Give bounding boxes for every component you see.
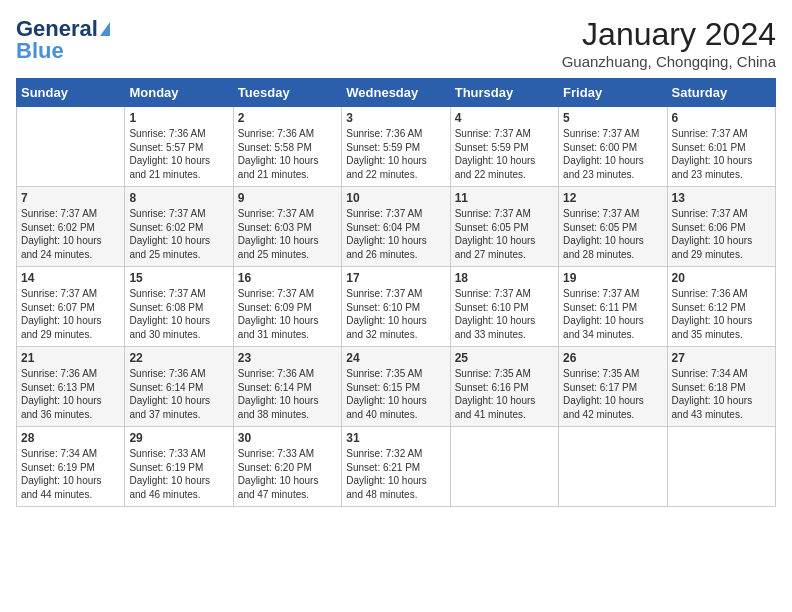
day-number: 26 — [563, 351, 662, 365]
cell-content: Sunrise: 7:37 AM Sunset: 6:02 PM Dayligh… — [129, 207, 228, 261]
day-number: 23 — [238, 351, 337, 365]
day-number: 11 — [455, 191, 554, 205]
day-number: 27 — [672, 351, 771, 365]
day-number: 7 — [21, 191, 120, 205]
day-number: 30 — [238, 431, 337, 445]
day-number: 3 — [346, 111, 445, 125]
day-number: 17 — [346, 271, 445, 285]
cell-content: Sunrise: 7:37 AM Sunset: 6:05 PM Dayligh… — [563, 207, 662, 261]
cell-content: Sunrise: 7:36 AM Sunset: 6:13 PM Dayligh… — [21, 367, 120, 421]
calendar-cell: 9Sunrise: 7:37 AM Sunset: 6:03 PM Daylig… — [233, 187, 341, 267]
cell-content: Sunrise: 7:35 AM Sunset: 6:15 PM Dayligh… — [346, 367, 445, 421]
calendar-cell — [17, 107, 125, 187]
day-number: 20 — [672, 271, 771, 285]
calendar-cell: 27Sunrise: 7:34 AM Sunset: 6:18 PM Dayli… — [667, 347, 775, 427]
calendar-cell — [667, 427, 775, 507]
cell-content: Sunrise: 7:37 AM Sunset: 6:08 PM Dayligh… — [129, 287, 228, 341]
calendar-cell — [559, 427, 667, 507]
calendar-table: SundayMondayTuesdayWednesdayThursdayFrid… — [16, 78, 776, 507]
day-number: 19 — [563, 271, 662, 285]
title-block: January 2024 Guanzhuang, Chongqing, Chin… — [562, 16, 776, 70]
calendar-cell: 11Sunrise: 7:37 AM Sunset: 6:05 PM Dayli… — [450, 187, 558, 267]
cell-content: Sunrise: 7:37 AM Sunset: 6:02 PM Dayligh… — [21, 207, 120, 261]
calendar-cell: 15Sunrise: 7:37 AM Sunset: 6:08 PM Dayli… — [125, 267, 233, 347]
day-number: 4 — [455, 111, 554, 125]
calendar-cell: 16Sunrise: 7:37 AM Sunset: 6:09 PM Dayli… — [233, 267, 341, 347]
day-of-week-header: Thursday — [450, 79, 558, 107]
calendar-cell: 1Sunrise: 7:36 AM Sunset: 5:57 PM Daylig… — [125, 107, 233, 187]
cell-content: Sunrise: 7:37 AM Sunset: 6:01 PM Dayligh… — [672, 127, 771, 181]
calendar-cell: 21Sunrise: 7:36 AM Sunset: 6:13 PM Dayli… — [17, 347, 125, 427]
cell-content: Sunrise: 7:37 AM Sunset: 5:59 PM Dayligh… — [455, 127, 554, 181]
calendar-cell: 31Sunrise: 7:32 AM Sunset: 6:21 PM Dayli… — [342, 427, 450, 507]
calendar-cell: 6Sunrise: 7:37 AM Sunset: 6:01 PM Daylig… — [667, 107, 775, 187]
day-number: 13 — [672, 191, 771, 205]
day-of-week-header: Tuesday — [233, 79, 341, 107]
day-number: 31 — [346, 431, 445, 445]
day-number: 18 — [455, 271, 554, 285]
cell-content: Sunrise: 7:32 AM Sunset: 6:21 PM Dayligh… — [346, 447, 445, 501]
day-number: 1 — [129, 111, 228, 125]
logo: General Blue — [16, 16, 110, 64]
cell-content: Sunrise: 7:37 AM Sunset: 6:11 PM Dayligh… — [563, 287, 662, 341]
calendar-cell: 26Sunrise: 7:35 AM Sunset: 6:17 PM Dayli… — [559, 347, 667, 427]
cell-content: Sunrise: 7:36 AM Sunset: 5:59 PM Dayligh… — [346, 127, 445, 181]
calendar-cell: 25Sunrise: 7:35 AM Sunset: 6:16 PM Dayli… — [450, 347, 558, 427]
calendar-cell: 23Sunrise: 7:36 AM Sunset: 6:14 PM Dayli… — [233, 347, 341, 427]
calendar-cell: 8Sunrise: 7:37 AM Sunset: 6:02 PM Daylig… — [125, 187, 233, 267]
cell-content: Sunrise: 7:36 AM Sunset: 6:14 PM Dayligh… — [129, 367, 228, 421]
calendar-cell: 5Sunrise: 7:37 AM Sunset: 6:00 PM Daylig… — [559, 107, 667, 187]
cell-content: Sunrise: 7:37 AM Sunset: 6:03 PM Dayligh… — [238, 207, 337, 261]
cell-content: Sunrise: 7:35 AM Sunset: 6:17 PM Dayligh… — [563, 367, 662, 421]
location-subtitle: Guanzhuang, Chongqing, China — [562, 53, 776, 70]
calendar-cell: 18Sunrise: 7:37 AM Sunset: 6:10 PM Dayli… — [450, 267, 558, 347]
day-number: 14 — [21, 271, 120, 285]
cell-content: Sunrise: 7:36 AM Sunset: 6:14 PM Dayligh… — [238, 367, 337, 421]
calendar-cell: 14Sunrise: 7:37 AM Sunset: 6:07 PM Dayli… — [17, 267, 125, 347]
cell-content: Sunrise: 7:37 AM Sunset: 6:05 PM Dayligh… — [455, 207, 554, 261]
calendar-cell: 29Sunrise: 7:33 AM Sunset: 6:19 PM Dayli… — [125, 427, 233, 507]
calendar-cell: 24Sunrise: 7:35 AM Sunset: 6:15 PM Dayli… — [342, 347, 450, 427]
day-number: 28 — [21, 431, 120, 445]
calendar-body: 1Sunrise: 7:36 AM Sunset: 5:57 PM Daylig… — [17, 107, 776, 507]
cell-content: Sunrise: 7:37 AM Sunset: 6:00 PM Dayligh… — [563, 127, 662, 181]
logo-triangle-icon — [100, 22, 110, 36]
calendar-cell: 22Sunrise: 7:36 AM Sunset: 6:14 PM Dayli… — [125, 347, 233, 427]
day-of-week-header: Monday — [125, 79, 233, 107]
calendar-cell: 12Sunrise: 7:37 AM Sunset: 6:05 PM Dayli… — [559, 187, 667, 267]
cell-content: Sunrise: 7:33 AM Sunset: 6:19 PM Dayligh… — [129, 447, 228, 501]
cell-content: Sunrise: 7:37 AM Sunset: 6:06 PM Dayligh… — [672, 207, 771, 261]
cell-content: Sunrise: 7:37 AM Sunset: 6:10 PM Dayligh… — [346, 287, 445, 341]
day-number: 15 — [129, 271, 228, 285]
calendar-cell: 4Sunrise: 7:37 AM Sunset: 5:59 PM Daylig… — [450, 107, 558, 187]
day-number: 6 — [672, 111, 771, 125]
cell-content: Sunrise: 7:33 AM Sunset: 6:20 PM Dayligh… — [238, 447, 337, 501]
calendar-cell: 13Sunrise: 7:37 AM Sunset: 6:06 PM Dayli… — [667, 187, 775, 267]
day-number: 9 — [238, 191, 337, 205]
calendar-header: SundayMondayTuesdayWednesdayThursdayFrid… — [17, 79, 776, 107]
calendar-cell — [450, 427, 558, 507]
cell-content: Sunrise: 7:37 AM Sunset: 6:10 PM Dayligh… — [455, 287, 554, 341]
day-of-week-header: Friday — [559, 79, 667, 107]
day-number: 29 — [129, 431, 228, 445]
cell-content: Sunrise: 7:36 AM Sunset: 5:57 PM Dayligh… — [129, 127, 228, 181]
day-number: 10 — [346, 191, 445, 205]
calendar-cell: 28Sunrise: 7:34 AM Sunset: 6:19 PM Dayli… — [17, 427, 125, 507]
day-number: 8 — [129, 191, 228, 205]
day-number: 25 — [455, 351, 554, 365]
day-number: 12 — [563, 191, 662, 205]
cell-content: Sunrise: 7:36 AM Sunset: 6:12 PM Dayligh… — [672, 287, 771, 341]
month-year-title: January 2024 — [562, 16, 776, 53]
cell-content: Sunrise: 7:35 AM Sunset: 6:16 PM Dayligh… — [455, 367, 554, 421]
calendar-cell: 30Sunrise: 7:33 AM Sunset: 6:20 PM Dayli… — [233, 427, 341, 507]
day-number: 21 — [21, 351, 120, 365]
day-of-week-header: Sunday — [17, 79, 125, 107]
cell-content: Sunrise: 7:37 AM Sunset: 6:04 PM Dayligh… — [346, 207, 445, 261]
cell-content: Sunrise: 7:34 AM Sunset: 6:19 PM Dayligh… — [21, 447, 120, 501]
calendar-cell: 10Sunrise: 7:37 AM Sunset: 6:04 PM Dayli… — [342, 187, 450, 267]
cell-content: Sunrise: 7:37 AM Sunset: 6:07 PM Dayligh… — [21, 287, 120, 341]
day-number: 24 — [346, 351, 445, 365]
page-header: General Blue January 2024 Guanzhuang, Ch… — [16, 16, 776, 70]
day-number: 16 — [238, 271, 337, 285]
calendar-cell: 7Sunrise: 7:37 AM Sunset: 6:02 PM Daylig… — [17, 187, 125, 267]
